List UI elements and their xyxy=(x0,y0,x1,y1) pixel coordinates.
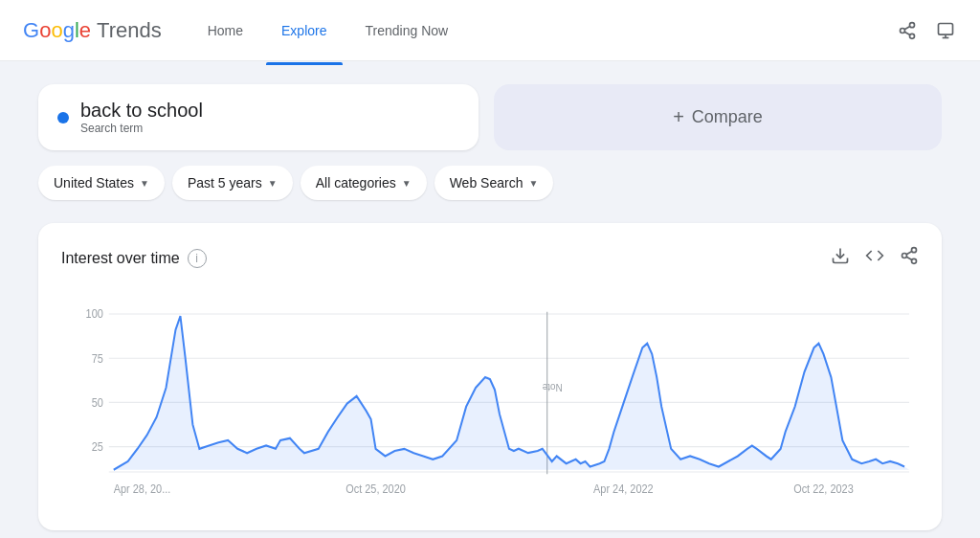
compare-plus-icon: + xyxy=(673,106,684,128)
filters-row: United States ▼ Past 5 years ▼ All categ… xyxy=(38,166,942,200)
info-icon[interactable]: i xyxy=(188,249,207,268)
chevron-down-icon: ▼ xyxy=(402,178,412,189)
chart-title-area: Interest over time i xyxy=(61,249,207,268)
search-box[interactable]: back to school Search term xyxy=(38,84,479,150)
filter-type[interactable]: Web Search ▼ xyxy=(434,166,554,200)
y-label-100: 100 xyxy=(86,308,103,321)
svg-point-0 xyxy=(910,22,915,27)
chart-title: Interest over time xyxy=(61,250,180,267)
chart-section: Interest over time i xyxy=(38,223,942,530)
filter-time-label: Past 5 years xyxy=(188,175,262,191)
chevron-down-icon: ▼ xyxy=(528,178,538,189)
x-label-start: Apr 28, 20... xyxy=(114,483,171,496)
note-label: Note xyxy=(542,382,562,393)
chart-container: 100 75 50 25 Note Apr 28, 20... Oct 25, … xyxy=(61,293,919,507)
search-dot xyxy=(57,112,69,123)
svg-line-12 xyxy=(906,257,912,259)
share-icon[interactable] xyxy=(896,19,919,42)
info-icon-label: i xyxy=(195,252,198,265)
main-nav: Home Explore Trending Now xyxy=(192,15,896,46)
chevron-down-icon: ▼ xyxy=(268,178,278,189)
x-label-oct2020: Oct 25, 2020 xyxy=(345,483,406,496)
svg-point-2 xyxy=(910,34,915,38)
filter-category[interactable]: All categories ▼ xyxy=(301,166,427,200)
download-icon[interactable] xyxy=(831,246,850,270)
nav-item-home[interactable]: Home xyxy=(192,15,258,46)
embed-icon[interactable] xyxy=(865,246,884,270)
svg-rect-5 xyxy=(939,23,953,34)
nav-item-trending[interactable]: Trending Now xyxy=(350,15,464,46)
svg-line-13 xyxy=(906,251,912,254)
y-label-25: 25 xyxy=(92,441,103,454)
filter-category-label: All categories xyxy=(316,175,396,191)
logo-trends-text: Trends xyxy=(97,18,162,43)
chevron-down-icon: ▼ xyxy=(140,178,149,189)
feedback-icon[interactable] xyxy=(934,19,957,42)
filter-type-label: Web Search xyxy=(450,175,523,191)
filter-region[interactable]: United States ▼ xyxy=(38,166,165,200)
svg-point-9 xyxy=(912,248,917,253)
y-label-50: 50 xyxy=(92,396,103,409)
filter-time[interactable]: Past 5 years ▼ xyxy=(172,166,293,200)
compare-label: Compare xyxy=(692,107,763,127)
logo: Google Trends xyxy=(23,18,162,43)
x-label-apr2022: Apr 24, 2022 xyxy=(593,483,654,496)
svg-point-10 xyxy=(902,254,907,258)
chart-actions xyxy=(831,246,919,270)
y-label-75: 75 xyxy=(92,352,103,365)
logo-google-text: Google xyxy=(23,18,91,43)
search-term: back to school xyxy=(80,100,203,122)
x-label-oct2023: Oct 22, 2023 xyxy=(793,483,854,496)
search-text-area: back to school Search term xyxy=(80,100,203,135)
svg-line-3 xyxy=(904,32,910,34)
compare-box[interactable]: + Compare xyxy=(494,84,942,150)
svg-point-11 xyxy=(912,258,917,263)
search-label: Search term xyxy=(80,122,203,135)
header: Google Trends Home Explore Trending Now xyxy=(0,0,980,61)
svg-point-1 xyxy=(901,28,905,33)
interest-chart: 100 75 50 25 Note Apr 28, 20... Oct 25, … xyxy=(61,293,919,504)
chart-header: Interest over time i xyxy=(61,246,919,270)
filter-region-label: United States xyxy=(54,175,134,191)
main-content: back to school Search term + Compare Uni… xyxy=(0,61,980,538)
svg-line-4 xyxy=(904,26,910,29)
nav-item-explore[interactable]: Explore xyxy=(266,15,342,46)
chart-share-icon[interactable] xyxy=(900,246,919,270)
header-actions xyxy=(896,19,957,42)
search-section: back to school Search term + Compare xyxy=(38,84,942,150)
